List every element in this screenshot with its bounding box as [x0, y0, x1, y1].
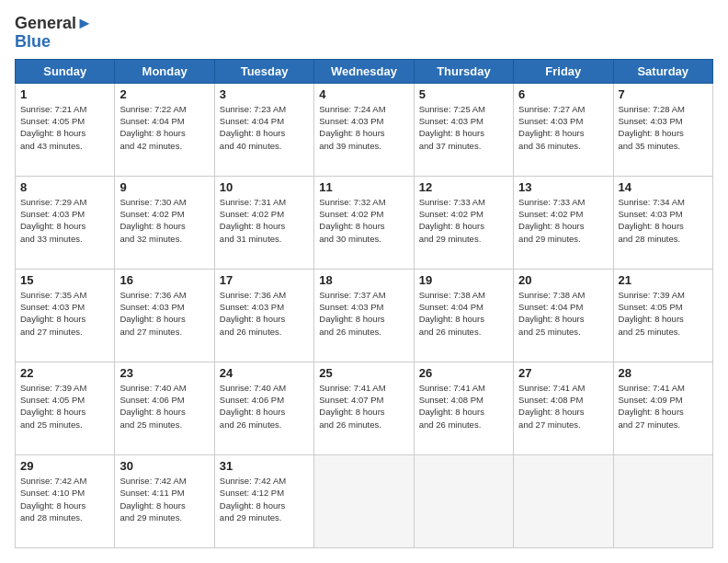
weekday-header: Tuesday [214, 59, 313, 83]
day-number: 2 [119, 87, 209, 101]
calendar-cell: 19Sunrise: 7:38 AMSunset: 4:04 PMDayligh… [414, 269, 513, 362]
logo: General► Blue [15, 15, 93, 50]
day-info: Sunrise: 7:21 AMSunset: 4:05 PMDaylight:… [20, 103, 109, 152]
calendar-cell: 14Sunrise: 7:34 AMSunset: 4:03 PMDayligh… [613, 176, 712, 269]
day-info: Sunrise: 7:34 AMSunset: 4:03 PMDaylight:… [619, 196, 708, 245]
calendar-cell: 3Sunrise: 7:23 AMSunset: 4:04 PMDaylight… [214, 83, 313, 176]
day-number: 25 [319, 366, 408, 380]
day-number: 1 [20, 87, 109, 101]
day-number: 22 [20, 366, 109, 380]
calendar-cell: 9Sunrise: 7:30 AMSunset: 4:02 PMDaylight… [115, 176, 214, 269]
day-number: 17 [220, 273, 309, 287]
calendar-cell: 8Sunrise: 7:29 AMSunset: 4:03 PMDaylight… [16, 176, 115, 269]
weekday-header: Saturday [613, 59, 712, 83]
day-info: Sunrise: 7:22 AMSunset: 4:04 PMDaylight:… [119, 103, 209, 152]
day-info: Sunrise: 7:39 AMSunset: 4:05 PMDaylight:… [20, 382, 109, 431]
weekday-header: Thursday [414, 59, 513, 83]
calendar-cell: 16Sunrise: 7:36 AMSunset: 4:03 PMDayligh… [115, 269, 214, 362]
day-number: 10 [220, 180, 309, 194]
weekday-header: Friday [514, 59, 613, 83]
calendar-cell: 27Sunrise: 7:41 AMSunset: 4:08 PMDayligh… [514, 362, 613, 454]
day-info: Sunrise: 7:35 AMSunset: 4:03 PMDaylight:… [20, 289, 109, 338]
calendar-cell: 17Sunrise: 7:36 AMSunset: 4:03 PMDayligh… [214, 269, 313, 362]
day-number: 31 [220, 459, 309, 473]
day-number: 30 [119, 459, 209, 473]
day-info: Sunrise: 7:39 AMSunset: 4:05 PMDaylight:… [619, 289, 708, 338]
day-info: Sunrise: 7:36 AMSunset: 4:03 PMDaylight:… [119, 289, 209, 338]
day-number: 20 [518, 273, 608, 287]
calendar-cell: 24Sunrise: 7:40 AMSunset: 4:06 PMDayligh… [214, 362, 313, 454]
calendar-cell: 25Sunrise: 7:41 AMSunset: 4:07 PMDayligh… [314, 362, 414, 454]
day-number: 11 [319, 180, 408, 194]
day-number: 23 [119, 366, 209, 380]
day-info: Sunrise: 7:42 AMSunset: 4:10 PMDaylight:… [20, 475, 109, 523]
day-number: 24 [220, 366, 309, 380]
day-info: Sunrise: 7:30 AMSunset: 4:02 PMDaylight:… [119, 196, 209, 245]
calendar-cell [414, 454, 513, 547]
page: General► Blue SundayMondayTuesdayWednesd… [0, 0, 728, 563]
day-info: Sunrise: 7:33 AMSunset: 4:02 PMDaylight:… [419, 196, 508, 245]
day-number: 29 [20, 459, 109, 473]
calendar-cell: 4Sunrise: 7:24 AMSunset: 4:03 PMDaylight… [314, 83, 414, 176]
day-number: 16 [119, 273, 209, 287]
day-info: Sunrise: 7:41 AMSunset: 4:07 PMDaylight:… [319, 382, 408, 431]
day-number: 19 [419, 273, 508, 287]
day-number: 6 [518, 87, 608, 101]
calendar-cell: 31Sunrise: 7:42 AMSunset: 4:12 PMDayligh… [214, 454, 313, 547]
calendar-cell: 28Sunrise: 7:41 AMSunset: 4:09 PMDayligh… [613, 362, 712, 454]
day-info: Sunrise: 7:27 AMSunset: 4:03 PMDaylight:… [518, 103, 608, 152]
weekday-header: Monday [115, 59, 214, 83]
day-info: Sunrise: 7:40 AMSunset: 4:06 PMDaylight:… [119, 382, 209, 431]
calendar-cell: 1Sunrise: 7:21 AMSunset: 4:05 PMDaylight… [16, 83, 115, 176]
day-info: Sunrise: 7:23 AMSunset: 4:04 PMDaylight:… [220, 103, 309, 152]
day-info: Sunrise: 7:41 AMSunset: 4:08 PMDaylight:… [518, 382, 608, 431]
day-number: 13 [518, 180, 608, 194]
day-number: 3 [220, 87, 309, 101]
day-number: 8 [20, 180, 109, 194]
calendar-cell [314, 454, 414, 547]
day-info: Sunrise: 7:32 AMSunset: 4:02 PMDaylight:… [319, 196, 408, 245]
day-number: 28 [619, 366, 708, 380]
day-info: Sunrise: 7:38 AMSunset: 4:04 PMDaylight:… [518, 289, 608, 338]
calendar-cell: 21Sunrise: 7:39 AMSunset: 4:05 PMDayligh… [613, 269, 712, 362]
calendar-cell: 20Sunrise: 7:38 AMSunset: 4:04 PMDayligh… [514, 269, 613, 362]
day-number: 12 [419, 180, 508, 194]
calendar-cell: 13Sunrise: 7:33 AMSunset: 4:02 PMDayligh… [514, 176, 613, 269]
day-info: Sunrise: 7:29 AMSunset: 4:03 PMDaylight:… [20, 196, 109, 245]
calendar-cell: 26Sunrise: 7:41 AMSunset: 4:08 PMDayligh… [414, 362, 513, 454]
day-number: 14 [619, 180, 708, 194]
day-number: 18 [319, 273, 408, 287]
day-info: Sunrise: 7:36 AMSunset: 4:03 PMDaylight:… [220, 289, 309, 338]
day-info: Sunrise: 7:24 AMSunset: 4:03 PMDaylight:… [319, 103, 408, 152]
day-info: Sunrise: 7:42 AMSunset: 4:12 PMDaylight:… [220, 475, 309, 523]
calendar-cell [613, 454, 712, 547]
calendar-cell: 23Sunrise: 7:40 AMSunset: 4:06 PMDayligh… [115, 362, 214, 454]
day-info: Sunrise: 7:41 AMSunset: 4:09 PMDaylight:… [619, 382, 708, 431]
day-number: 27 [518, 366, 608, 380]
calendar-cell: 12Sunrise: 7:33 AMSunset: 4:02 PMDayligh… [414, 176, 513, 269]
calendar-cell: 15Sunrise: 7:35 AMSunset: 4:03 PMDayligh… [16, 269, 115, 362]
calendar-cell: 11Sunrise: 7:32 AMSunset: 4:02 PMDayligh… [314, 176, 414, 269]
day-info: Sunrise: 7:33 AMSunset: 4:02 PMDaylight:… [518, 196, 608, 245]
calendar-cell: 30Sunrise: 7:42 AMSunset: 4:11 PMDayligh… [115, 454, 214, 547]
day-info: Sunrise: 7:42 AMSunset: 4:11 PMDaylight:… [119, 475, 209, 523]
calendar: SundayMondayTuesdayWednesdayThursdayFrid… [15, 59, 713, 548]
logo-blue: Blue [15, 33, 93, 50]
calendar-cell: 7Sunrise: 7:28 AMSunset: 4:03 PMDaylight… [613, 83, 712, 176]
calendar-cell: 5Sunrise: 7:25 AMSunset: 4:03 PMDaylight… [414, 83, 513, 176]
day-number: 9 [119, 180, 209, 194]
day-number: 4 [319, 87, 408, 101]
header: General► Blue [15, 15, 713, 50]
day-number: 5 [419, 87, 508, 101]
day-number: 7 [619, 87, 708, 101]
weekday-header: Wednesday [314, 59, 414, 83]
day-info: Sunrise: 7:25 AMSunset: 4:03 PMDaylight:… [419, 103, 508, 152]
day-number: 26 [419, 366, 508, 380]
day-info: Sunrise: 7:40 AMSunset: 4:06 PMDaylight:… [220, 382, 309, 431]
weekday-header: Sunday [16, 59, 115, 83]
calendar-cell: 18Sunrise: 7:37 AMSunset: 4:03 PMDayligh… [314, 269, 414, 362]
day-info: Sunrise: 7:31 AMSunset: 4:02 PMDaylight:… [220, 196, 309, 245]
day-info: Sunrise: 7:28 AMSunset: 4:03 PMDaylight:… [619, 103, 708, 152]
day-number: 21 [619, 273, 708, 287]
day-info: Sunrise: 7:41 AMSunset: 4:08 PMDaylight:… [419, 382, 508, 431]
